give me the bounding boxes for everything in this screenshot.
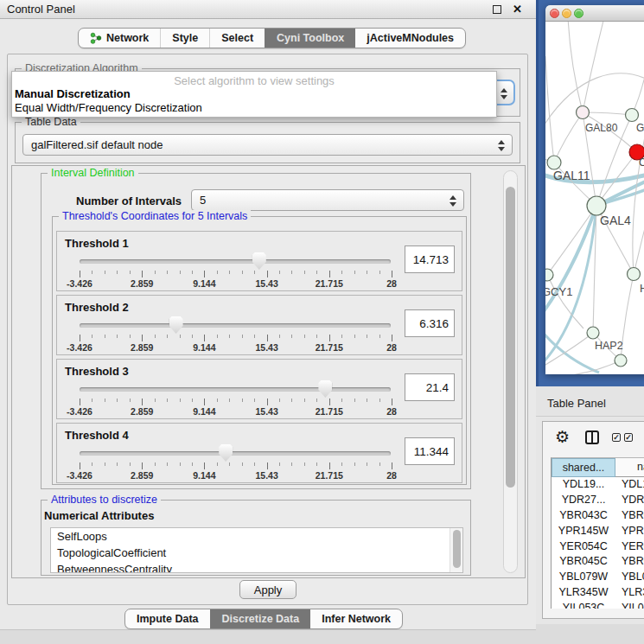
slider-thumb[interactable] — [252, 252, 266, 270]
tick-label: 9.144 — [193, 470, 215, 481]
node-gal4[interactable] — [587, 196, 606, 215]
table-row[interactable]: YBR043CYBR0 — [552, 508, 644, 524]
slider-track[interactable] — [80, 451, 391, 456]
name-cell: YBR0 — [615, 554, 644, 570]
major-tick — [204, 399, 205, 405]
table-row[interactable]: YBR045CYBR0 — [552, 554, 644, 570]
tab-cyni-toolbox[interactable]: Cyni Toolbox — [265, 29, 355, 48]
attribute-item[interactable]: BetweennessCentrality — [51, 561, 462, 573]
split-columns-icon[interactable] — [585, 430, 599, 444]
node-gal80[interactable] — [577, 106, 590, 119]
tick-label: 21.715 — [316, 470, 343, 481]
major-tick — [329, 335, 330, 341]
attributes-list-scrollbar[interactable] — [450, 528, 462, 572]
numerical-attributes-list[interactable]: SelfLoopsTopologicalCoefficientBetweenne… — [50, 527, 463, 573]
number-of-intervals-combobox[interactable]: 5 — [191, 189, 464, 211]
major-tick — [142, 399, 143, 405]
settings-vertical-scrollbar[interactable] — [503, 170, 518, 573]
threshold-value-field[interactable] — [405, 245, 455, 273]
apply-button[interactable]: Apply — [239, 580, 296, 599]
tick-label: 28 — [386, 278, 397, 289]
table-row[interactable]: YER054CYER0 — [552, 539, 644, 555]
tab-label: Discretize Data — [222, 613, 300, 625]
tab-style[interactable]: Style — [160, 29, 209, 48]
attribute-item[interactable]: TopologicalCoefficient — [51, 545, 462, 561]
network-window-titlebar[interactable] — [545, 5, 644, 22]
gear-icon[interactable]: ⚙ — [555, 426, 570, 449]
table-data-combobox[interactable]: galFiltered.sif default node — [22, 134, 513, 156]
name-cell: YIL0 — [615, 601, 644, 609]
node-label: GCY1 — [545, 285, 572, 298]
node-labels: GAL80 GAL11 GAL4 GCY1 HAP2 G C H — [545, 122, 644, 352]
table-row[interactable]: YBL079WYBL0 — [552, 570, 644, 585]
major-tick — [267, 335, 268, 341]
tab-impute-data[interactable]: Impute Data — [125, 609, 210, 628]
network-canvas[interactable]: GAL80 GAL11 GAL4 GCY1 HAP2 G C H — [545, 22, 644, 374]
close-icon[interactable]: ✕ — [513, 2, 522, 17]
network-icon — [90, 32, 102, 44]
threshold-value-field[interactable] — [405, 437, 455, 465]
node-label-partial: C — [639, 156, 644, 169]
algorithm-hint-option[interactable]: Select algorithm to view settings — [12, 74, 496, 87]
slider-ticks — [80, 271, 392, 277]
algorithm-option-manual[interactable]: Manual Discretization — [12, 87, 496, 101]
scrollbar-thumb[interactable] — [506, 187, 515, 488]
table-row[interactable]: YDL19...YDL1 — [552, 477, 644, 493]
threshold-value-field[interactable] — [405, 309, 455, 337]
table-row[interactable]: YPR145WYPR1 — [552, 524, 644, 539]
table-row[interactable]: YIL053CYIL0 — [552, 601, 644, 609]
close-button[interactable] — [550, 9, 559, 18]
tab-select[interactable]: Select — [209, 29, 265, 48]
column-header-name[interactable]: na — [615, 458, 644, 477]
tick-label: 2.859 — [131, 278, 153, 289]
threshold-value-field[interactable] — [405, 373, 455, 401]
major-tick — [204, 271, 205, 277]
tab-discretize-data[interactable]: Discretize Data — [210, 609, 311, 628]
slider-thumb[interactable] — [169, 316, 183, 334]
tab-jactivemnodules[interactable]: jActiveMNodules — [355, 29, 465, 48]
network-view-window[interactable]: GAL80 GAL11 GAL4 GCY1 HAP2 G C H — [545, 5, 644, 374]
threshold-label: Threshold 4 — [65, 429, 129, 442]
tick-label: 28 — [386, 406, 397, 417]
table-header-row: shared... na — [552, 458, 644, 477]
major-tick — [392, 335, 392, 341]
node[interactable] — [626, 109, 639, 122]
tab-infer-network[interactable]: Infer Network — [310, 609, 402, 628]
slider-tick-labels: -3.4262.8599.14415.4321.71528 — [80, 278, 392, 289]
float-window-icon[interactable] — [493, 5, 501, 14]
shared-name-cell: YIL053C — [552, 601, 615, 609]
zoom-button[interactable] — [574, 9, 583, 18]
group-title-table-data: Table Data — [22, 116, 80, 128]
tab-network[interactable]: Network — [79, 29, 160, 48]
minimize-button[interactable] — [562, 9, 571, 18]
checkbox-icon[interactable]: ✓ — [624, 433, 633, 442]
table-row[interactable]: YLR345WYLR3 — [552, 585, 644, 601]
tick-label: 28 — [386, 470, 397, 481]
discretization-settings-scrollpane: Interval Definition Number of Intervals … — [11, 165, 526, 578]
shared-name-cell: YDL19... — [552, 477, 615, 493]
slider-track[interactable] — [80, 259, 391, 264]
tick-label: 21.715 — [316, 278, 343, 289]
shared-name-cell: YDR27... — [552, 493, 615, 508]
node[interactable] — [628, 268, 641, 281]
panel-title: Control Panel — [7, 3, 75, 16]
column-header-shared-name[interactable]: shared... — [552, 458, 615, 477]
slider-thumb[interactable] — [219, 444, 233, 462]
scrollbar-thumb[interactable] — [453, 530, 461, 568]
node-gal11[interactable] — [547, 156, 561, 169]
threshold-label: Threshold 3 — [65, 365, 129, 378]
table-row[interactable]: YDR27...YDR2 — [552, 493, 644, 508]
node-gcy1[interactable] — [545, 269, 553, 281]
node[interactable] — [615, 354, 627, 367]
node-hap2[interactable] — [587, 327, 599, 339]
attribute-item[interactable]: SelfLoops — [51, 528, 462, 545]
major-tick — [329, 271, 330, 277]
tick-label: 15.43 — [255, 278, 277, 289]
checkbox-icon[interactable]: ✓ — [612, 433, 621, 442]
slider-thumb[interactable] — [318, 380, 332, 398]
tick-label: -3.426 — [67, 406, 92, 417]
slider-track[interactable] — [80, 387, 391, 392]
slider-track[interactable] — [80, 323, 391, 328]
name-cell: YDL1 — [615, 477, 644, 493]
algorithm-option-equal-width[interactable]: Equal Width/Frequency Discretization — [12, 101, 496, 115]
